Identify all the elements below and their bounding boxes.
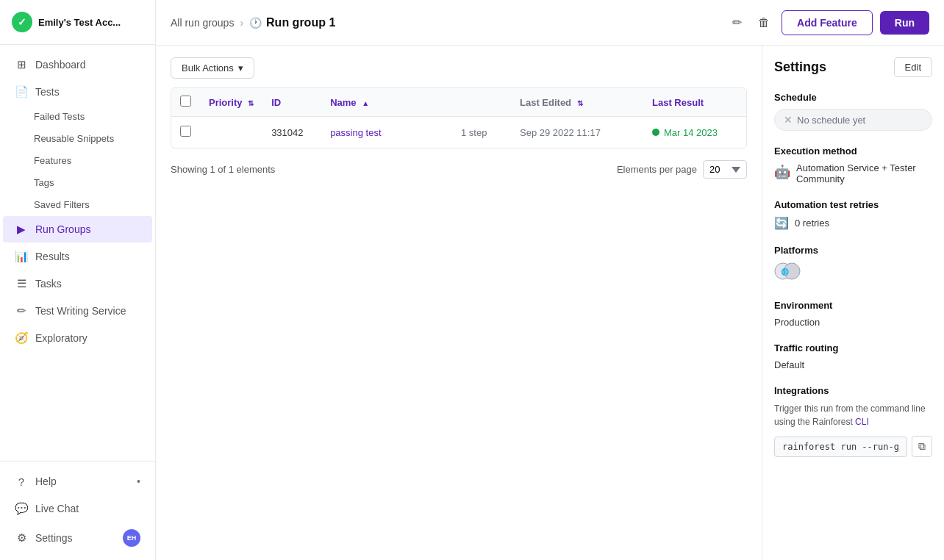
platform-icon: 🌐 [774,262,932,285]
row-name[interactable]: passing test [321,117,452,148]
sidebar-item-failed-tests[interactable]: Failed Tests [3,106,152,127]
avatar: EH [123,529,140,547]
sidebar-item-exploratory[interactable]: 🧭 Exploratory [3,325,152,351]
schedule-value: No schedule yet [797,115,865,126]
sidebar-item-label: Test Writing Service [35,305,126,317]
priority-sort-icon[interactable]: ⇅ [248,99,254,107]
traffic-routing-value: Default [774,359,932,370]
sidebar-item-label: Exploratory [35,332,87,344]
per-page-label: Elements per page [617,164,697,175]
breadcrumb: All run groups › 🕐 Run group 1 [171,16,335,29]
sidebar-item-test-writing-service[interactable]: ✏ Test Writing Service [3,298,152,324]
platforms-section: Platforms 🌐 [774,245,932,285]
automation-retries-section: Automation test retries 🔄 0 retries [774,199,932,230]
table-row: 331042 passing test 1 step Sep 29 2022 1… [171,117,746,148]
platforms-label: Platforms [774,245,932,256]
dashboard-icon: ⊞ [15,58,28,71]
cli-input-row: ⧉ [774,436,932,457]
sidebar-item-reusable-snippets[interactable]: Reusable Snippets [3,128,152,149]
tasks-icon: ☰ [15,277,28,290]
execution-method-section: Execution method 🤖 Automation Service + … [774,146,932,184]
tests-icon: 📄 [15,85,28,98]
svg-text:🌐: 🌐 [781,268,790,276]
sidebar-item-tests[interactable]: 📄 Tests [3,79,152,105]
breadcrumb-separator: › [240,17,243,29]
sidebar-item-tags[interactable]: Tags [3,172,152,193]
test-writing-icon: ✏ [15,304,28,317]
sidebar-item-label: Run Groups [35,223,90,235]
sidebar-item-label: Results [35,251,70,262]
execution-value: Automation Service + Tester Community [796,162,932,184]
settings-panel: Settings Edit Schedule ✕ No schedule yet… [762,46,944,560]
bulk-actions-button[interactable]: Bulk Actions ▾ [171,57,254,79]
integrations-section: Integrations Trigger this run from the c… [774,385,932,457]
pass-dot-icon [652,129,659,136]
help-icon: ? [15,475,28,488]
priority-header: Priority ⇅ [200,88,262,117]
retries-value: 0 retries [795,218,829,229]
breadcrumb-current: 🕐 Run group 1 [249,16,335,29]
execution-row: 🤖 Automation Service + Tester Community [774,162,932,184]
cli-link[interactable]: CLI [855,417,869,427]
sidebar-nav: ⊞ Dashboard 📄 Tests Failed Tests Reusabl… [0,45,155,461]
edit-button[interactable]: ✏ [728,11,746,34]
sidebar-item-label: Tests [35,86,60,98]
per-page-dropdown[interactable]: 20 10 50 100 [703,160,747,179]
schedule-section: Schedule ✕ No schedule yet [774,92,932,131]
sidebar-item-label: Help [35,475,57,487]
dropdown-icon: ▾ [238,62,243,73]
copy-button[interactable]: ⧉ [912,436,932,457]
sidebar-item-features[interactable]: Features [3,150,152,171]
execution-method-label: Execution method [774,146,932,157]
settings-edit-button[interactable]: Edit [894,57,932,77]
traffic-routing-label: Traffic routing [774,342,932,353]
retry-icon: 🔄 [774,216,789,230]
automation-retries-label: Automation test retries [774,199,932,210]
main-area: All run groups › 🕐 Run group 1 ✏ 🗑 Add F… [156,0,944,560]
steps-header [452,88,511,117]
environment-label: Environment [774,300,932,311]
run-button[interactable]: Run [880,11,929,35]
sidebar-item-run-groups[interactable]: ▶ Run Groups [3,216,152,243]
content-area: Bulk Actions ▾ Priority ⇅ [156,46,944,560]
select-all-checkbox[interactable] [180,96,191,107]
sidebar-item-dashboard[interactable]: ⊞ Dashboard [3,51,152,78]
row-id: 331042 [262,117,321,148]
schedule-label: Schedule [774,92,932,103]
row-priority [200,117,262,148]
sidebar-item-settings[interactable]: ⚙ Settings EH [3,523,152,553]
sidebar-bottom: ? Help • 💬 Live Chat ⚙ Settings EH [0,461,155,560]
name-sort-icon[interactable]: ▲ [362,99,369,107]
id-header: ID [262,88,321,117]
row-checkbox[interactable] [180,126,191,137]
delete-button[interactable]: 🗑 [754,12,774,34]
table-area: Bulk Actions ▾ Priority ⇅ [156,46,762,560]
sidebar-item-help[interactable]: ? Help • [3,468,152,495]
table-footer: Showing 1 of 1 elements Elements per pag… [171,160,747,179]
logo-icon: ✓ [12,12,32,32]
header-actions: ✏ 🗑 Add Feature Run [728,10,929,35]
breadcrumb-link[interactable]: All run groups [171,17,234,29]
sidebar-item-live-chat[interactable]: 💬 Live Chat [3,495,152,522]
per-page-select: Elements per page 20 10 50 100 [617,160,747,179]
bulk-actions-bar: Bulk Actions ▾ [171,57,747,79]
sidebar-item-label: Settings [35,532,73,544]
sidebar-item-tasks[interactable]: ☰ Tasks [3,270,152,297]
add-feature-button[interactable]: Add Feature [782,10,873,35]
cli-input[interactable] [774,437,907,457]
showing-count: Showing 1 of 1 elements [171,164,275,175]
exploratory-icon: 🧭 [15,331,28,345]
help-badge: • [137,475,140,487]
edited-sort-icon[interactable]: ⇅ [577,99,583,107]
schedule-clear-icon[interactable]: ✕ [784,114,793,126]
row-checkbox-cell [171,117,200,148]
sidebar-item-saved-filters[interactable]: Saved Filters [3,194,152,215]
traffic-routing-section: Traffic routing Default [774,342,932,370]
sidebar-logo: ✓ Emily's Test Acc... [0,0,155,45]
live-chat-icon: 💬 [15,502,28,515]
clock-icon: 🕐 [249,17,262,29]
row-last-result: Mar 14 2023 [643,117,746,148]
settings-panel-title: Settings [774,60,826,75]
sidebar-item-results[interactable]: 📊 Results [3,243,152,270]
integrations-label: Integrations [774,385,932,396]
